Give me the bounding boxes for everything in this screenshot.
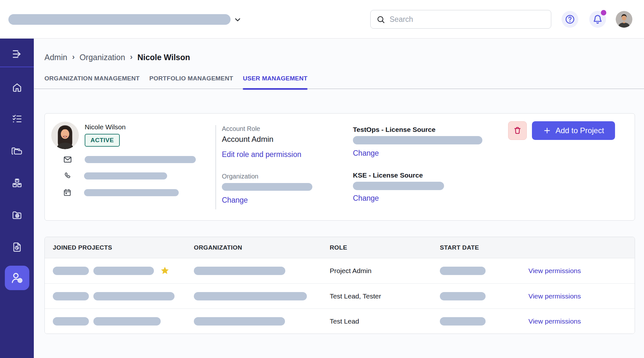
breadcrumb-organization[interactable]: Organization (80, 53, 125, 62)
sidebar-item-collapse[interactable] (0, 44, 34, 64)
chevron-right-icon: › (130, 52, 133, 61)
star-icon (160, 266, 170, 276)
notification-dot (601, 10, 606, 15)
organization-cell (194, 309, 285, 334)
organization-placeholder (194, 267, 285, 275)
sidebar-nav (0, 39, 34, 358)
workspace-selector[interactable] (8, 14, 242, 25)
organization-placeholder (194, 292, 307, 300)
card-divider (215, 125, 216, 209)
chevron-right-icon: › (72, 52, 75, 61)
sidebar-item-user-management[interactable] (5, 266, 29, 290)
tab-user-management[interactable]: USER MANAGEMENT (243, 75, 308, 88)
add-to-project-button[interactable]: Add to Project (532, 121, 615, 140)
view-permissions-link[interactable]: View permissions (528, 267, 581, 275)
role-value: Project Admin (330, 267, 372, 275)
user-avatar[interactable] (616, 11, 632, 28)
joined-projects-table: JOINED PROJECTS ORGANIZATION ROLE START … (44, 237, 635, 334)
permissions-cell: View permissions (528, 309, 581, 334)
user-settings-icon (10, 271, 24, 285)
joined-projects-cell (53, 284, 175, 308)
start-date-cell (440, 258, 486, 283)
joined-projects-cell (53, 309, 161, 334)
role-cell: Test Lead, Tester (330, 284, 381, 308)
folder-settings-icon (11, 209, 23, 221)
start-date-cell (440, 309, 486, 334)
role-cell: Test Lead (330, 309, 359, 334)
table-body: Project Admin View permissions Test Lead… (45, 258, 635, 334)
project-name-placeholder (93, 317, 161, 326)
breadcrumb: Admin › Organization › Nicole Wilson (44, 53, 190, 62)
start-date-placeholder (440, 317, 486, 326)
table-row: Test Lead, Tester View permissions (45, 283, 635, 308)
organization-placeholder (194, 317, 285, 326)
testops-change-link[interactable]: Change (353, 149, 379, 158)
tab-organization-management[interactable]: ORGANIZATION MANAGEMENT (44, 75, 140, 88)
sidebar-item-home[interactable] (0, 78, 34, 97)
search-input[interactable] (390, 15, 545, 24)
breadcrumb-admin[interactable]: Admin (44, 53, 67, 62)
organization-change-link[interactable]: Change (222, 196, 248, 205)
start-date-placeholder (440, 292, 486, 300)
search-box[interactable] (370, 10, 551, 29)
project-name-placeholder (93, 292, 175, 300)
packages-icon (11, 177, 23, 189)
plus-icon (543, 126, 551, 135)
tab-bar: ORGANIZATION MANAGEMENT PORTFOLIO MANAGE… (44, 75, 308, 88)
permissions-cell: View permissions (528, 258, 581, 283)
notifications-button[interactable] (589, 11, 606, 28)
table-header: JOINED PROJECTS ORGANIZATION ROLE START … (45, 237, 635, 258)
testops-license-label: TestOps - License Source (353, 126, 435, 133)
joined-date-row (63, 188, 179, 197)
trash-icon (513, 126, 522, 135)
phone-icon (63, 171, 72, 180)
user-name: Nicole Wilson (85, 123, 126, 131)
start-date-placeholder (440, 267, 486, 275)
header-role: ROLE (330, 237, 347, 258)
sidebar-item-packages[interactable] (0, 173, 34, 193)
calendar-icon (63, 188, 72, 197)
header-joined-projects: JOINED PROJECTS (53, 237, 112, 258)
organization-cell (194, 258, 285, 283)
project-tag-placeholder (53, 292, 89, 300)
breadcrumb-current-user: Nicole Wilson (137, 53, 190, 62)
sidebar-item-test-planning[interactable] (0, 109, 34, 128)
phone-placeholder (84, 172, 167, 179)
test-checklist-icon (11, 113, 23, 124)
delete-user-button[interactable] (508, 121, 527, 140)
email-placeholder (85, 156, 196, 163)
sidebar-divider (0, 67, 34, 67)
start-date-cell (440, 284, 486, 308)
header-organization: ORGANIZATION (194, 237, 242, 258)
bell-icon (592, 14, 603, 25)
chevron-down-icon (233, 15, 242, 24)
joined-projects-cell (53, 258, 170, 283)
search-icon (376, 15, 385, 24)
role-value: Test Lead (330, 317, 359, 325)
sidebar-item-project-settings[interactable] (0, 206, 34, 225)
sidebar-item-reports[interactable] (0, 237, 34, 257)
organization-label: Organization (222, 173, 258, 180)
view-permissions-link[interactable]: View permissions (528, 317, 581, 325)
project-tag-placeholder (53, 267, 89, 275)
app-window: Admin › Organization › Nicole Wilson ORG… (0, 0, 644, 358)
kse-change-link[interactable]: Change (353, 194, 379, 203)
top-bar (0, 0, 644, 39)
email-icon (63, 155, 72, 164)
report-document-icon (11, 241, 23, 253)
role-value: Test Lead, Tester (330, 292, 381, 300)
date-placeholder (84, 189, 179, 196)
projects-folder-icon (11, 145, 23, 157)
view-permissions-link[interactable]: View permissions (528, 292, 581, 300)
edit-role-link[interactable]: Edit role and permission (222, 150, 301, 159)
table-row: Test Lead View permissions (45, 308, 635, 334)
status-badge: ACTIVE (85, 134, 120, 147)
role-cell: Project Admin (330, 258, 372, 283)
workspace-name-placeholder (8, 14, 231, 25)
header-start-date: START DATE (440, 237, 479, 258)
tab-portfolio-management[interactable]: PORTFOLIO MANAGEMENT (149, 75, 233, 88)
testops-license-placeholder (353, 136, 482, 144)
organization-placeholder (222, 183, 312, 191)
sidebar-item-projects[interactable] (0, 141, 34, 161)
help-button[interactable] (562, 11, 578, 28)
